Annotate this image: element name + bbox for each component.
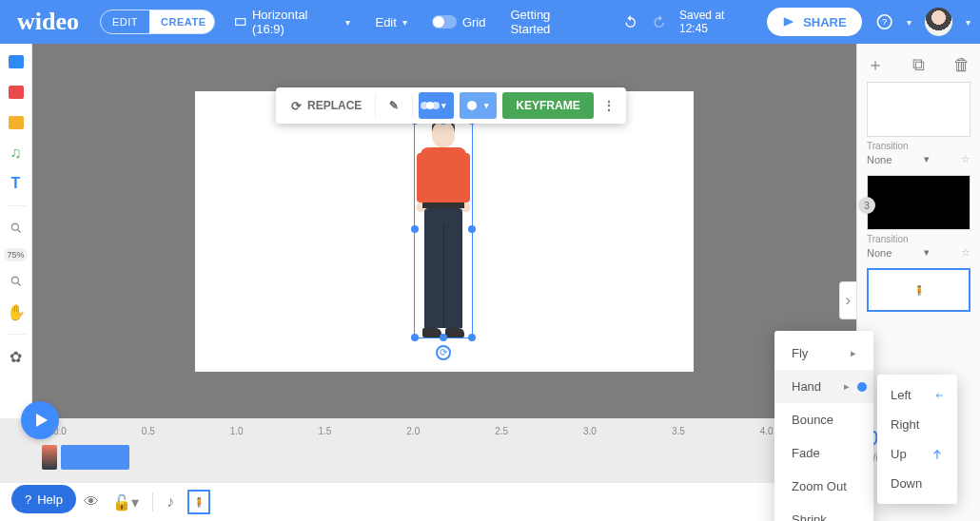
object-context-toolbar: ⟳REPLACE ✎ ▾ ▾ KEYFRAME ⋮ xyxy=(276,87,626,124)
delete-scene-icon[interactable]: 🗑 xyxy=(953,55,970,75)
timeline-tracks[interactable] xyxy=(38,445,856,472)
shape-tool[interactable] xyxy=(6,112,27,133)
stage[interactable]: ⟳ xyxy=(195,91,694,372)
tick: 4.0 xyxy=(760,426,774,436)
tick: 0.5 xyxy=(142,426,155,436)
more-options-icon[interactable]: ⋮ xyxy=(599,92,618,119)
share-label: SHARE xyxy=(803,15,847,29)
dir-up[interactable]: Up xyxy=(877,439,957,469)
zoom-out-icon[interactable] xyxy=(6,271,27,292)
toggle-icon xyxy=(432,15,457,29)
direction-submenu: Left Right Up Down xyxy=(877,375,957,504)
transition-label: Transition xyxy=(867,141,970,151)
anim-item-bounce[interactable]: Bounce xyxy=(774,403,873,436)
mode-switch[interactable]: EDIT CREATE xyxy=(100,10,215,34)
getting-started-link[interactable]: Getting Started xyxy=(504,4,597,40)
visibility-icon[interactable]: 👁 xyxy=(84,493,99,511)
replace-label: REPLACE xyxy=(307,99,362,112)
tick: 2.5 xyxy=(495,426,508,436)
scene-thumb[interactable] xyxy=(867,82,970,137)
help-label: Help xyxy=(37,492,63,507)
enter-animation-button[interactable]: ▾ xyxy=(419,92,454,119)
arrow-left-icon xyxy=(934,389,944,402)
video-tool[interactable] xyxy=(6,82,27,103)
timeline-footer: 👁 🔓▾ ♪ 🧍 xyxy=(0,483,856,521)
resize-handle[interactable] xyxy=(411,225,419,233)
audio-track-icon[interactable]: ♪ xyxy=(167,493,174,511)
scene-number: 3 xyxy=(858,197,875,214)
resize-handle[interactable] xyxy=(440,334,447,341)
transition-value[interactable]: None xyxy=(867,154,892,165)
share-icon xyxy=(782,15,795,29)
edit-menu[interactable]: Edit▾ xyxy=(369,11,412,33)
anim-item-fade[interactable]: Fade xyxy=(774,436,873,470)
zoom-in-icon[interactable] xyxy=(6,218,27,239)
arrow-up-icon xyxy=(931,448,944,461)
tick: 0.0 xyxy=(53,426,67,436)
duplicate-scene-icon[interactable]: ⧉ xyxy=(912,55,925,75)
timeline-ruler[interactable]: 0.0 0.5 1.0 1.5 2.0 2.5 3.0 3.5 4.0 xyxy=(53,426,856,441)
favorite-icon[interactable]: ☆ xyxy=(961,153,970,165)
exit-animation-button[interactable]: ▾ xyxy=(460,92,497,119)
panel-collapse-tab[interactable]: › xyxy=(839,281,856,319)
character-object[interactable] xyxy=(415,121,472,338)
edit-menu-label: Edit xyxy=(375,15,396,29)
scene-thumb[interactable]: 3 xyxy=(867,175,970,230)
image-tool[interactable] xyxy=(6,51,27,72)
replace-button[interactable]: ⟳REPLACE xyxy=(284,92,369,119)
resize-handle[interactable] xyxy=(411,334,419,341)
user-avatar[interactable] xyxy=(925,8,952,36)
selected-dot-icon xyxy=(857,382,867,392)
pan-tool-icon[interactable]: ✋ xyxy=(6,301,27,322)
mode-create[interactable]: CREATE xyxy=(149,10,214,33)
settings-icon[interactable]: ✿ xyxy=(6,346,27,367)
grid-label: Grid xyxy=(462,15,486,29)
svg-point-3 xyxy=(11,223,18,230)
add-scene-icon[interactable]: ＋ xyxy=(867,53,884,76)
text-tool[interactable]: T xyxy=(6,173,27,194)
dir-down[interactable]: Down xyxy=(877,469,957,498)
help-button[interactable]: ?Help xyxy=(11,485,76,513)
dir-left[interactable]: Left xyxy=(877,380,957,410)
aspect-icon xyxy=(234,15,246,29)
tick: 3.5 xyxy=(672,426,685,436)
arrow-right-icon xyxy=(942,418,944,432)
left-toolbar: ♫ T 75% ✋ ✿ xyxy=(0,44,32,418)
undo-icon[interactable] xyxy=(623,14,637,29)
timeline-clip[interactable] xyxy=(61,445,129,470)
keyframe-button[interactable]: KEYFRAME xyxy=(502,92,593,119)
zoom-percent[interactable]: 75% xyxy=(4,248,27,261)
anim-item-shrink[interactable]: Shrink xyxy=(774,503,873,521)
grid-toggle[interactable]: Grid xyxy=(426,11,492,33)
selection-box[interactable]: ⟳ xyxy=(414,120,473,338)
help-icon[interactable]: ? xyxy=(875,12,893,31)
favorite-icon[interactable]: ☆ xyxy=(961,246,970,259)
edit-pencil-icon[interactable]: ✎ xyxy=(382,92,406,119)
svg-point-5 xyxy=(11,277,18,283)
mode-edit[interactable]: EDIT xyxy=(101,10,149,33)
timeline-clip[interactable] xyxy=(42,445,57,470)
svg-text:?: ? xyxy=(882,16,888,27)
app-header: wideo EDIT CREATE Horizontal (16:9)▾ Edi… xyxy=(0,0,980,44)
scene-thumb-selected[interactable]: 🧍 xyxy=(867,268,970,312)
tick: 3.0 xyxy=(583,426,597,436)
audio-tool[interactable]: ♫ xyxy=(6,143,27,164)
aspect-ratio-dropdown[interactable]: Horizontal (16:9)▾ xyxy=(228,4,357,40)
share-button[interactable]: SHARE xyxy=(767,8,862,36)
save-status: Saved at 12:45 xyxy=(679,9,754,35)
tick: 1.0 xyxy=(230,426,244,436)
redo-icon[interactable] xyxy=(652,14,666,29)
selected-object-thumb[interactable]: 🧍 xyxy=(187,490,210,514)
dir-right[interactable]: Right xyxy=(877,410,957,439)
resize-handle[interactable] xyxy=(468,334,476,341)
help-questionmark-icon: ? xyxy=(25,492,31,507)
lock-icon[interactable]: 🔓▾ xyxy=(112,493,139,511)
resize-handle[interactable] xyxy=(468,225,476,233)
anim-item-fly[interactable]: Fly▸ xyxy=(774,337,873,370)
anim-item-zoomout[interactable]: Zoom Out xyxy=(774,470,873,503)
transition-value[interactable]: None xyxy=(867,247,892,259)
logo: wideo xyxy=(10,8,87,36)
tick: 2.0 xyxy=(406,426,420,436)
rotate-handle[interactable]: ⟳ xyxy=(436,345,451,360)
anim-item-hand[interactable]: Hand▸ xyxy=(774,370,873,403)
